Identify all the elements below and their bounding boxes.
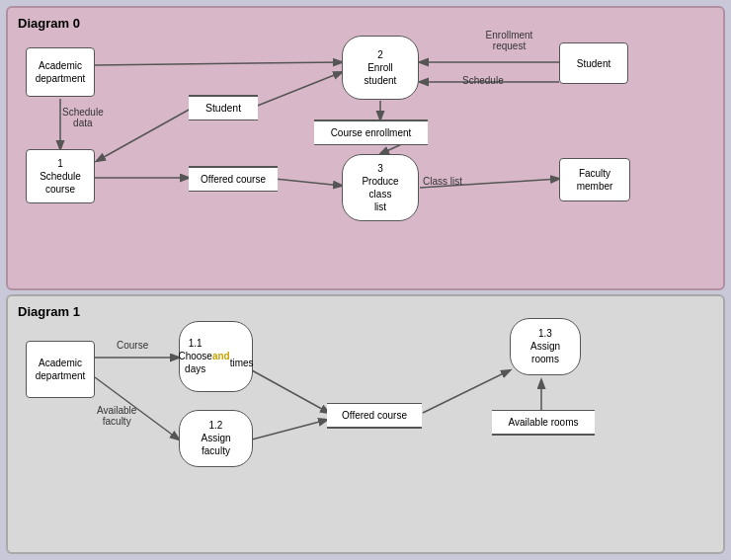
svg-line-10 [97, 109, 191, 161]
main-container: Diagram 0 [0, 0, 731, 560]
svg-line-15 [423, 370, 510, 413]
course-label: Course [117, 340, 148, 351]
offered-course-datastore-0: Offered course [189, 166, 278, 192]
class-list-label: Class list [423, 176, 462, 187]
available-rooms-datastore: Available rooms [492, 410, 595, 436]
schedule-label: Schedule [462, 75, 504, 86]
available-faculty-label: Availablefaculty [97, 405, 136, 427]
schedule-course-box: 1Schedulecourse [26, 149, 95, 203]
svg-line-3 [95, 62, 342, 65]
course-enrollment-datastore: Course enrollment [314, 120, 428, 145]
enroll-student-box: 2Enrollstudent [342, 36, 419, 100]
offered-course-datastore-1: Offered course [327, 403, 422, 429]
assign-rooms-box: 1.3Assignrooms [510, 318, 581, 375]
diagram1-title: Diagram 1 [18, 304, 713, 319]
student-datastore-0: Student [189, 95, 258, 120]
faculty-member-box: Facultymember [559, 158, 630, 201]
student-external: Student [559, 42, 628, 84]
produce-class-list-box: 3Produceclasslist [342, 154, 419, 221]
academic-dept-1: Academicdepartment [26, 341, 95, 398]
svg-line-8 [275, 179, 342, 186]
diagram1: Diagram 1 Academicdepartment 1.1Chooseda… [6, 294, 725, 554]
enrollment-request-label: Enrollmentrequest [462, 30, 556, 51]
svg-line-13 [252, 370, 329, 413]
svg-line-2 [250, 72, 342, 109]
choose-days-box: 1.1Choosedays andtimes [179, 321, 253, 392]
schedule-data-label: Scheduledata [62, 107, 104, 128]
diagram0: Diagram 0 [6, 6, 725, 290]
svg-line-14 [252, 420, 327, 440]
academic-dept-0: Academicdepartment [26, 47, 95, 97]
assign-faculty-box: 1.2Assignfaculty [179, 410, 253, 467]
diagram0-title: Diagram 0 [18, 16, 713, 31]
